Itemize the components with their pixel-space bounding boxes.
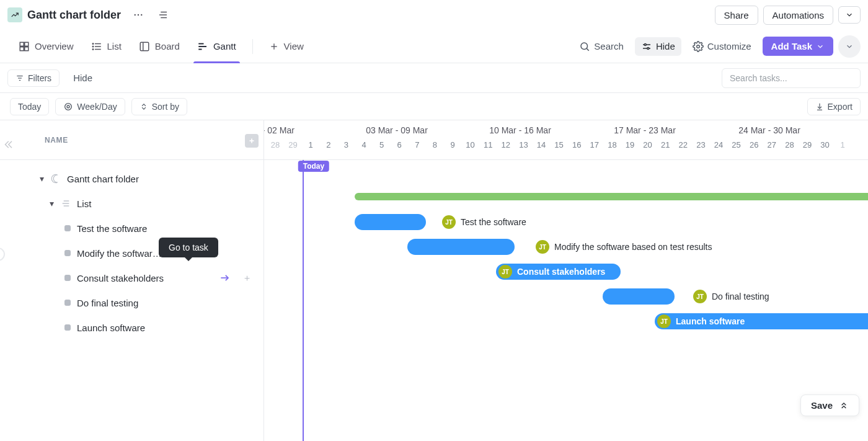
assignee-avatar[interactable]: JT	[536, 240, 549, 254]
day-label: 1	[302, 140, 319, 149]
timeline-task-row: JTTest the software	[264, 210, 868, 234]
overview-icon	[19, 41, 30, 52]
week-label: 24 Mar - 30 Mar	[738, 125, 800, 135]
svg-point-1	[138, 14, 139, 16]
gantt-bar[interactable]	[355, 214, 426, 230]
list-toggle-icon[interactable]	[156, 7, 170, 22]
tab-board[interactable]: Board	[130, 30, 188, 63]
caret-down-icon[interactable]: ▾	[38, 174, 45, 184]
svg-point-14	[92, 46, 94, 47]
hide-button[interactable]: Hide	[635, 37, 681, 56]
svg-point-2	[141, 14, 142, 16]
more-icon[interactable]	[131, 7, 146, 22]
more-round-button[interactable]	[838, 35, 861, 58]
add-task-button[interactable]: Add Task	[763, 37, 833, 56]
assignee-avatar[interactable]: JT	[693, 290, 707, 303]
collapse-sidebar-icon[interactable]	[2, 139, 14, 150]
task-row[interactable]: Launch software	[0, 315, 259, 340]
gantt-task-label: Test the software	[461, 217, 526, 227]
tree-list-row[interactable]: ▾ List	[0, 191, 259, 216]
collapse-up-icon	[839, 401, 849, 411]
share-button[interactable]: Share	[715, 6, 758, 25]
status-dot-icon	[64, 250, 71, 256]
day-label: 11	[479, 140, 497, 149]
task-label: Do final testing	[77, 298, 138, 308]
svg-rect-8	[20, 47, 24, 50]
filter-hide-button[interactable]: Hide	[67, 69, 99, 86]
calendar-icon	[63, 102, 73, 112]
tab-gantt[interactable]: Gantt	[188, 30, 245, 63]
day-label: 28	[267, 140, 284, 149]
gantt-bar[interactable]	[407, 239, 515, 255]
go-to-task-icon[interactable]	[219, 272, 231, 284]
timeline-task-row: JTDo final testing	[264, 284, 868, 309]
divider	[252, 39, 253, 54]
range-button[interactable]: Week/Day	[55, 98, 125, 115]
gantt-bar-label: Launch software	[676, 316, 745, 326]
status-dot-icon	[64, 300, 71, 306]
gantt-bar[interactable]	[603, 288, 675, 305]
automations-button[interactable]: Automations	[763, 6, 833, 25]
tab-list[interactable]: List	[82, 30, 130, 63]
day-label: 25	[728, 140, 745, 149]
filter-row: Filters Hide	[0, 63, 868, 93]
export-button[interactable]: Export	[807, 98, 861, 115]
filters-button[interactable]: Filters	[7, 69, 60, 87]
today-button[interactable]: Today	[10, 98, 49, 115]
day-label: 23	[692, 140, 709, 149]
timeline-spacer-row	[264, 160, 868, 185]
caret-down-icon[interactable]: ▾	[48, 198, 55, 208]
add-column-button[interactable]	[245, 134, 259, 148]
svg-point-15	[92, 48, 94, 50]
assignee-avatar[interactable]: JT	[442, 215, 456, 229]
day-label: 12	[497, 140, 515, 149]
day-label: 20	[639, 140, 657, 149]
task-row[interactable]: Test the software	[0, 216, 259, 241]
task-label: Modify the software based on test result…	[77, 248, 164, 259]
day-label: 4	[355, 140, 373, 149]
today-marker-line	[303, 160, 304, 441]
search-icon	[579, 41, 590, 52]
gantt-timeline[interactable]: b - 02 Mar03 Mar - 09 Mar10 Mar - 16 Mar…	[264, 120, 868, 441]
week-label: b - 02 Mar	[264, 125, 294, 135]
gear-icon	[693, 41, 704, 52]
page-title: Gantt chart folder	[27, 9, 121, 22]
gantt-bar[interactable]: JTLaunch software	[655, 313, 868, 329]
assignee-avatar[interactable]: JT	[657, 314, 671, 328]
day-label: 21	[657, 140, 674, 149]
day-label: 17	[586, 140, 603, 149]
add-view-button[interactable]: View	[260, 30, 312, 63]
day-label: 9	[444, 140, 461, 149]
task-add-subitem-icon[interactable]: ＋	[240, 272, 254, 284]
sliders-icon	[641, 41, 652, 52]
svg-point-0	[135, 14, 136, 16]
day-label: 24	[710, 140, 727, 149]
gantt-task-label: Modify the software based on test result…	[554, 242, 712, 252]
day-label: 7	[409, 140, 426, 149]
tree-folder-row[interactable]: ▾ Gantt chart folder	[0, 166, 259, 191]
svg-rect-9	[25, 47, 29, 50]
save-button[interactable]: Save	[800, 394, 859, 416]
gantt-bar-label: Consult stakeholders	[517, 267, 605, 277]
tab-overview[interactable]: Overview	[10, 30, 82, 63]
day-label: 1	[834, 140, 851, 149]
task-row[interactable]: Consult stakeholders ＋	[0, 265, 259, 290]
svg-point-29	[696, 45, 699, 48]
task-row[interactable]: Do final testing	[0, 290, 259, 315]
timeline-task-row: JTModify the software based on test resu…	[264, 234, 868, 259]
week-label: 17 Mar - 23 Mar	[614, 125, 676, 135]
search-tasks-input[interactable]	[722, 68, 861, 88]
summary-bar[interactable]	[355, 193, 868, 200]
customize-button[interactable]: Customize	[686, 37, 758, 56]
sort-button[interactable]: Sort by	[131, 98, 187, 115]
day-label: 15	[551, 140, 568, 149]
day-label: 30	[817, 140, 834, 149]
gantt-task-label: Do final testing	[712, 292, 769, 301]
task-row[interactable]: Modify the software based on test result…	[0, 241, 259, 265]
day-label: 8	[426, 140, 443, 149]
search-button[interactable]: Search	[573, 37, 630, 56]
sidebar-header: NAME	[0, 120, 264, 160]
gantt-bar[interactable]: JTConsult stakeholders	[496, 264, 621, 280]
assignee-avatar[interactable]: JT	[498, 265, 512, 278]
automations-dropdown-button[interactable]	[838, 6, 861, 24]
